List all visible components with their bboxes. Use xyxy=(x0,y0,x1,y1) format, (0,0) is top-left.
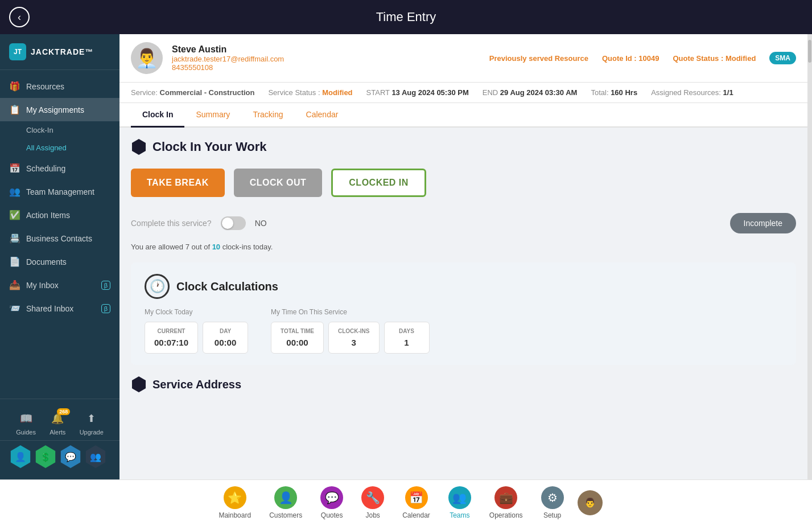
nav-jobs[interactable]: 🔧 Jobs xyxy=(352,484,393,522)
complete-toggle[interactable] xyxy=(221,216,246,230)
customer-card: 👨‍💼 Steve Austin jacktrade.tester17@redi… xyxy=(119,34,807,83)
service-address-icon xyxy=(131,376,147,392)
customer-email: jacktrade.tester17@rediffmail.com xyxy=(172,55,480,63)
take-break-button[interactable]: TAKE BREAK xyxy=(131,169,225,197)
calc-col-days: DAYS 1 xyxy=(384,322,430,354)
person-hex-icon[interactable]: 👤 xyxy=(9,445,32,468)
sidebar-sub-clock-in[interactable]: Clock-In xyxy=(0,121,119,139)
sidebar-item-team-management[interactable]: 👥 Team Management xyxy=(0,180,119,203)
nav-mainboard[interactable]: ⭐ Mainboard xyxy=(209,484,260,522)
days-header: DAYS xyxy=(394,328,420,334)
sidebar: JT JACKTRADE™ 🎁 Resources 📋 My Assignmen… xyxy=(0,34,119,479)
customer-info: Steve Austin jacktrade.tester17@rediffma… xyxy=(172,44,480,72)
shared-inbox-badge: β xyxy=(101,304,110,313)
content-area: 👨‍💼 Steve Austin jacktrade.tester17@redi… xyxy=(119,34,807,479)
avatar-icon: 👨‍💼 xyxy=(135,47,158,69)
user-avatar[interactable]: 👨 xyxy=(578,490,603,515)
complete-service-row: Complete this service? NO Incomplete xyxy=(131,213,796,233)
clock-calculations-box: 🕐 Clock Calculations My Clock Today CURR… xyxy=(131,262,796,365)
quote-status: Quote Status : Modified xyxy=(673,54,756,63)
clock-ins-header: CLOCK-INS xyxy=(338,328,370,334)
top-bar: ‹ Time Entry xyxy=(0,0,812,34)
setup-icon: ⚙ xyxy=(541,486,564,509)
previously-served: Previously served Resource xyxy=(489,54,588,63)
sidebar-item-team-management-label: Team Management xyxy=(26,187,94,196)
sidebar-item-resources-label: Resources xyxy=(26,82,64,91)
sidebar-item-my-assignments[interactable]: 📋 My Assignments xyxy=(0,98,119,121)
sidebar-item-documents[interactable]: 📄 Documents xyxy=(0,250,119,273)
customer-phone: 8435550108 xyxy=(172,63,480,72)
my-time-label: My Time On This Service xyxy=(271,308,429,316)
sidebar-item-business-contacts-label: Business Contacts xyxy=(26,234,92,243)
tab-clock-in[interactable]: Clock In xyxy=(131,103,184,128)
nav-setup[interactable]: ⚙ Setup xyxy=(532,484,573,522)
service-start: START 13 Aug 2024 05:30 PM xyxy=(366,88,469,97)
hex-icon-row: 👤 💲 💬 👥 xyxy=(0,440,119,473)
customer-avatar: 👨‍💼 xyxy=(131,42,163,74)
sidebar-item-my-inbox[interactable]: 📥 My Inbox β xyxy=(0,273,119,297)
nav-customers[interactable]: 👤 Customers xyxy=(260,484,311,522)
my-inbox-icon: 📥 xyxy=(9,280,20,290)
clock-out-button[interactable]: CLOCK OUT xyxy=(234,169,323,197)
nav-calendar[interactable]: 📅 Calendar xyxy=(393,484,439,522)
nav-operations[interactable]: 💼 Operations xyxy=(480,484,532,522)
customer-name: Steve Austin xyxy=(172,44,480,55)
nav-quotes[interactable]: 💬 Quotes xyxy=(311,484,352,522)
sidebar-item-resources[interactable]: 🎁 Resources xyxy=(0,75,119,98)
business-contacts-icon: 📇 xyxy=(9,233,20,244)
my-clock-cols: CURRENT 00:07:10 DAY 00:00 xyxy=(145,322,248,354)
incomplete-button[interactable]: Incomplete xyxy=(730,213,796,233)
my-clock-section: My Clock Today CURRENT 00:07:10 DAY 00:0… xyxy=(145,308,248,354)
quotes-icon: 💬 xyxy=(320,486,343,509)
team-management-icon: 👥 xyxy=(9,186,20,197)
logo-icon: JT xyxy=(9,43,26,60)
resources-icon: 🎁 xyxy=(9,81,20,92)
tab-calendar[interactable]: Calendar xyxy=(295,103,350,128)
sidebar-sub-all-assigned[interactable]: All Assigned xyxy=(0,139,119,157)
day-header: DAY xyxy=(212,328,238,334)
group-hex-icon[interactable]: 👥 xyxy=(84,445,107,468)
scheduling-icon: 📅 xyxy=(9,163,20,174)
sidebar-item-scheduling-label: Scheduling xyxy=(26,164,65,173)
alerts-button[interactable]: 🔔 268 Alerts xyxy=(50,411,65,436)
customer-meta: Previously served Resource Quote Id : 10… xyxy=(489,52,796,64)
my-clock-label: My Clock Today xyxy=(145,308,248,316)
sidebar-item-action-items[interactable]: ✅ Action Items xyxy=(0,203,119,227)
calc-col-current: CURRENT 00:07:10 xyxy=(145,322,198,354)
dollar-hex-icon[interactable]: 💲 xyxy=(34,445,57,468)
sidebar-item-shared-inbox[interactable]: 📨 Shared Inbox β xyxy=(0,297,119,320)
sidebar-item-action-items-label: Action Items xyxy=(26,211,70,220)
sidebar-bottom-icons: 📖 Guides 🔔 268 Alerts ⬆ Upgrade xyxy=(0,406,119,440)
calendar-icon: 📅 xyxy=(405,486,428,509)
assigned-resources: Assigned Resources: 1/1 xyxy=(651,88,733,97)
guides-button[interactable]: 📖 Guides xyxy=(16,411,36,436)
service-end: END 29 Aug 2024 03:30 AM xyxy=(483,88,578,97)
quote-id: Quote Id : 10049 xyxy=(602,54,659,63)
service-address-section: Service Address xyxy=(131,376,796,392)
section-title-icon xyxy=(131,139,147,155)
back-button[interactable]: ‹ xyxy=(9,7,30,27)
chat-hex-icon[interactable]: 💬 xyxy=(59,445,82,468)
main-content: Clock In Your Work TAKE BREAK CLOCK OUT … xyxy=(119,128,807,479)
sidebar-item-scheduling[interactable]: 📅 Scheduling xyxy=(0,157,119,180)
documents-icon: 📄 xyxy=(9,256,20,267)
upgrade-button[interactable]: ⬆ Upgrade xyxy=(80,411,104,436)
sidebar-bottom: 📖 Guides 🔔 268 Alerts ⬆ Upgrade 👤 💲 💬 👥 xyxy=(0,399,119,479)
mainboard-icon: ⭐ xyxy=(224,486,246,509)
customers-icon: 👤 xyxy=(274,486,297,509)
jobs-icon: 🔧 xyxy=(361,486,384,509)
sidebar-nav: 🎁 Resources 📋 My Assignments Clock-In Al… xyxy=(0,70,119,399)
tabs-bar: Clock In Summary Tracking Calendar xyxy=(119,103,807,128)
clocked-in-button[interactable]: CLOCKED IN xyxy=(331,169,426,197)
sidebar-item-business-contacts[interactable]: 📇 Business Contacts xyxy=(0,227,119,250)
clock-ins-value: 3 xyxy=(338,338,370,347)
allowed-text: You are allowed 7 out of 10 clock-ins to… xyxy=(131,243,796,251)
scrollbar-thumb xyxy=(808,40,811,63)
service-status: Service Status : Modified xyxy=(268,88,352,97)
tab-summary[interactable]: Summary xyxy=(184,103,241,128)
tab-tracking[interactable]: Tracking xyxy=(241,103,294,128)
current-header: CURRENT xyxy=(154,328,188,334)
scrollbar[interactable] xyxy=(807,34,812,479)
nav-teams[interactable]: 👥 Teams xyxy=(439,484,480,522)
sidebar-item-shared-inbox-label: Shared Inbox xyxy=(26,304,73,313)
